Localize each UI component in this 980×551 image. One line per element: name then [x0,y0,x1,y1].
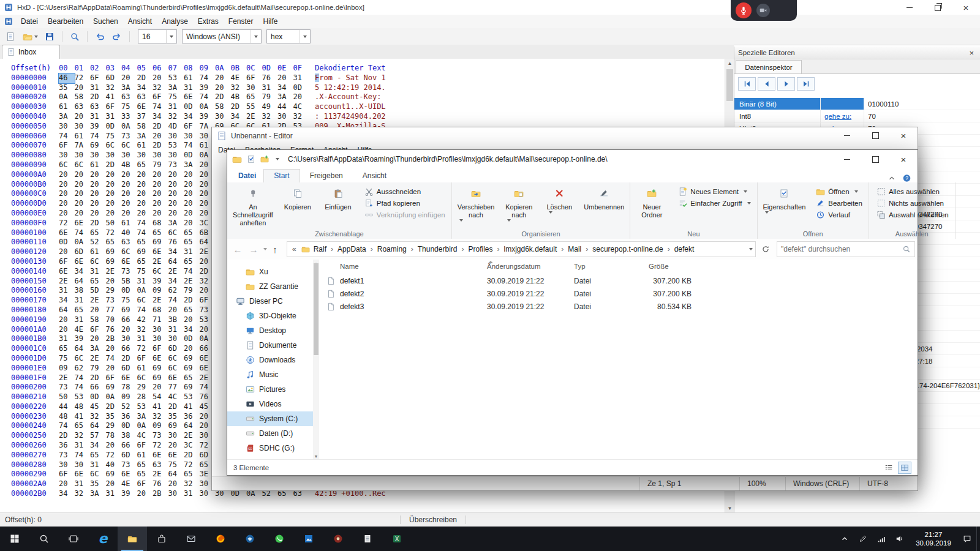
hxd-close-button[interactable]: × [952,0,980,15]
task-view-button[interactable] [59,527,88,551]
refresh-button[interactable] [758,242,773,257]
sidebar-item-videos[interactable]: Videos [227,397,313,411]
taskbar-edge[interactable]: e [88,527,118,551]
sidebar-item-daten-d[interactable]: Daten (D:) [227,426,313,441]
sidebar-item-system-c[interactable]: System (C:) [227,411,313,426]
taskbar-file-explorer[interactable] [118,527,147,551]
inspector-row-bin-r-8-bit[interactable]: Binär (8 Bit)01000110 [734,98,980,110]
breadcrumb-item-lmxjgd6k-default[interactable]: lmxjgd6k.default [503,245,559,253]
encoding-combo[interactable]: Windows (ANSI) [182,29,262,43]
verlauf-button[interactable]: Verlauf [812,209,866,220]
breadcrumb-item-appdata[interactable]: AppData [336,245,368,253]
offset-base-combo[interactable]: hex [266,29,311,43]
hxd-menu-datei[interactable]: Datei [16,17,43,26]
explorer-maximize-button[interactable] [861,150,889,168]
ribbon-tab-start[interactable]: Start [263,169,300,182]
column-date[interactable]: Änderungsdatum [487,263,541,270]
breadcrumb-item-ralf[interactable]: Ralf [312,245,328,253]
hex-row-00000010[interactable]: 00000010352031323A34323A313920323031340D… [0,83,725,93]
alles-ausw-hlen-button[interactable]: Alles auswählen [873,186,952,197]
forward-icon[interactable]: → [246,241,262,257]
sidebar-scroll-thumb[interactable] [314,263,318,355]
column-type[interactable]: Typ [574,263,586,270]
taskbar-photos[interactable] [294,527,323,551]
sidebar-item-dokumente[interactable]: Dokumente [227,338,313,353]
breadcrumb-item-thunderbird[interactable]: Thunderbird [417,245,459,253]
ribbon-tab-freigeben[interactable]: Freigeben [300,170,353,182]
quick-newfolder-icon[interactable] [260,155,269,163]
volume-icon[interactable] [891,527,909,551]
action-center-button[interactable] [958,527,976,551]
taskbar-firefox[interactable] [206,527,235,551]
breadcrumb-item-profiles[interactable]: Profiles [467,245,494,253]
network-icon[interactable] [872,527,891,551]
panel-close-icon[interactable]: × [967,48,976,58]
hxd-minimize-button[interactable] [895,0,924,15]
breadcrumb-overflow-icon[interactable]: « [290,245,299,253]
pfad-kopieren-button[interactable]: Pfad kopieren [361,198,449,208]
eigenschaften-button[interactable]: Eigenschaften [759,184,810,228]
tab-inbox[interactable]: Inbox [2,45,60,59]
search-input[interactable]: "defekt" durchsuchen [777,241,915,257]
ffnen-button[interactable]: Öffnen [812,186,866,197]
tab-dateninspektor[interactable]: Dateninspektor [736,60,802,74]
first-byte-button[interactable] [738,77,756,91]
hex-row-00000020[interactable]: 000000200A582D4163636F756E742D4B65793A20… [0,92,725,102]
hex-row-00000000[interactable]: 0000000046726F6D202D20536174204E6F762031… [0,73,725,83]
explorer-close-button[interactable]: × [889,150,918,168]
column-size[interactable]: Größe [649,263,669,270]
start-button[interactable] [0,527,29,551]
hxd-restore-button[interactable] [924,0,952,15]
thumbnail-view-button[interactable] [898,462,911,474]
verkn-pfung-einf-gen-button[interactable]: Verknüpfung einfügen [361,209,449,220]
an-schnellzugriff-anheften-button[interactable]: An Schnellzugriffanheften [228,184,277,228]
hxd-menu-analyse[interactable]: Analyse [157,17,193,26]
inspector-row-int8[interactable]: Int8gehe zu:70 [734,110,980,122]
einfacher-zugriff-button[interactable]: Einfacher Zugriff [674,198,754,208]
new-file-button[interactable] [2,29,18,43]
save-button[interactable] [42,29,58,43]
details-view-button[interactable] [882,462,895,474]
hxd-menu-suchen[interactable]: Suchen [88,17,123,26]
bytes-per-row-combo[interactable]: 16 [138,29,177,43]
quick-access-caret-icon[interactable] [276,158,279,160]
back-icon[interactable]: ← [230,241,246,257]
sidebar-item-pictures[interactable]: Pictures [227,382,313,397]
tray-chevron-icon[interactable] [835,527,854,551]
scroll-thumb[interactable] [726,69,733,101]
goto-link[interactable]: gehe zu: [824,113,851,120]
hex-row-00000030[interactable]: 000000306163636F756E74310D0A582D5549444C… [0,102,725,112]
sidebar-item-zz-garantie[interactable]: ZZ Garantie [227,279,313,294]
hex-row-00000040[interactable]: 000000403A20313133373432343930342E323032… [0,112,725,122]
pen-icon[interactable] [854,527,872,551]
ribbon-collapse-icon[interactable] [888,174,896,182]
breadcrumb-item-defekt[interactable]: defekt [673,245,696,253]
address-caret-icon[interactable] [749,248,753,250]
show-desktop-button[interactable] [976,527,980,551]
column-name[interactable]: Name [340,263,359,270]
kopieren-nach-button[interactable]: Kopierennach [499,184,539,228]
sidebar-item-sdhc-g[interactable]: SDSDHC (G:) [227,441,313,455]
sidebar-scrollbar[interactable]: ▲ ▼ [313,260,319,460]
explorer-minimize-button[interactable] [833,150,861,168]
taskbar-notepad[interactable] [353,527,382,551]
undo-button[interactable] [92,29,108,43]
search-taskbar-button[interactable] [29,527,59,551]
l-schen-button[interactable]: Löschen [539,184,579,228]
camera-button[interactable] [756,4,770,17]
breadcrumb-item-securepop-t-online-de[interactable]: securepop.t-online.de [591,245,664,253]
search-button[interactable] [67,29,83,43]
hxd-menu-fenster[interactable]: Fenster [224,17,258,26]
hxd-menu-ansicht[interactable]: Ansicht [123,17,157,26]
prev-byte-button[interactable] [758,77,775,91]
taskbar-store[interactable] [147,527,176,551]
ribbon-tab-ansicht[interactable]: Ansicht [353,170,396,182]
file-row-defekt2[interactable]: defekt230.09.2019 21:22Datei307.200 KB [319,287,917,300]
hxd-menu-extras[interactable]: Extras [193,17,224,26]
ribbon-tab-datei[interactable]: Datei [231,170,263,182]
quick-properties-icon[interactable] [247,155,255,163]
next-byte-button[interactable] [777,77,795,91]
bearbeiten-button[interactable]: Bearbeiten [812,198,866,208]
einf-gen-button[interactable]: Einfügen [318,184,358,228]
breadcrumb[interactable]: «Ralf›AppData›Roaming›Thunderbird›Profil… [287,241,756,257]
